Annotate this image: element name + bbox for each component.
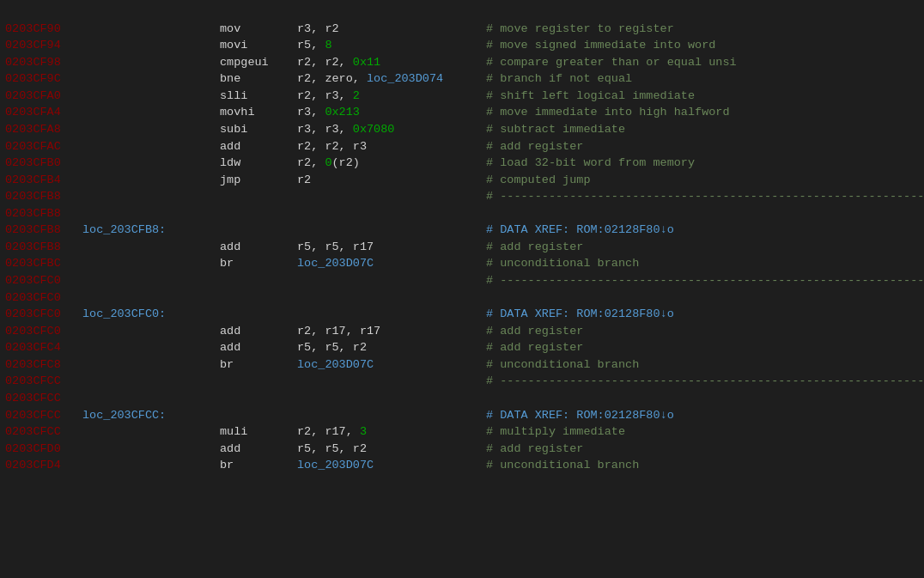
operands: loc_203D07C	[297, 457, 486, 474]
mnemonic: movi	[220, 37, 297, 54]
disasm-line: 0203CFCCloc_203CFCC:# DATA XREF: ROM:021…	[5, 407, 919, 424]
mnemonic: bne	[220, 70, 297, 88]
address: 0203CFB4	[5, 172, 82, 189]
address: 0203CFCC	[5, 373, 82, 390]
address: 0203CFAC	[5, 138, 82, 155]
operands: r5, r5, r2	[297, 339, 486, 356]
disasm-line: 0203CF90movr3, r2 # move register to reg…	[5, 21, 919, 38]
comment: # unconditional branch	[486, 356, 639, 374]
mnemonic: add	[220, 138, 297, 155]
operands: r5, r5, r17	[297, 239, 486, 256]
disasm-line: 0203CFCC	[5, 390, 919, 407]
comment: # add register	[486, 138, 583, 155]
disasm-line: 0203CFCCmulir2, r17, 3 # multiply immedi…	[5, 423, 919, 441]
operands: r2, r17, 3	[297, 423, 486, 441]
mnemonic: add	[220, 339, 297, 356]
disasm-line: 0203CFC4addr5, r5, r2 # add register	[5, 339, 919, 356]
xref-comment: # DATA XREF: ROM:02128F80↓o	[486, 407, 674, 424]
disasm-line: 0203CFA0sllir2, r3, 2 # shift left logic…	[5, 88, 919, 105]
mnemonic: add	[220, 323, 297, 340]
address: 0203CFD0	[5, 441, 82, 458]
comment: # unconditional branch	[486, 457, 639, 474]
operands: r2, r2, 0x11	[297, 54, 486, 71]
address: 0203CFC0	[5, 323, 82, 340]
comment: # move signed immediate into word	[486, 37, 715, 54]
mnemonic: subi	[220, 121, 297, 138]
comment: # computed jump	[486, 172, 591, 189]
disasm-line: 0203CFA8subir3, r3, 0x7080 # subtract im…	[5, 121, 919, 138]
address: 0203CFC0	[5, 272, 82, 289]
xref-comment: # DATA XREF: ROM:02128F80↓o	[486, 222, 674, 239]
disasm-line: 0203CFC0loc_203CFC0:# DATA XREF: ROM:021…	[5, 306, 919, 323]
address: 0203CF9C	[5, 70, 82, 88]
disasm-line: 0203CFB8# ------------------------------…	[5, 188, 919, 205]
operands: loc_203D07C	[297, 356, 486, 374]
comment: # subtract immediate	[486, 121, 625, 138]
disasm-line: 0203CF98cmpgeuir2, r2, 0x11 # compare gr…	[5, 54, 919, 71]
mnemonic: ldw	[220, 155, 297, 172]
disasm-line: 0203CFC0	[5, 289, 919, 307]
disasm-line: 0203CF9Cbner2, zero, loc_203D074 # branc…	[5, 70, 919, 88]
label: loc_203CFCC:	[82, 407, 220, 424]
mnemonic: add	[220, 239, 297, 256]
disasm-line: 0203CFD4brloc_203D07C # unconditional br…	[5, 457, 919, 474]
address: 0203CFB0	[5, 155, 82, 172]
disasm-line: 0203CFCC# ------------------------------…	[5, 373, 919, 390]
address: 0203CFCC	[5, 423, 82, 441]
operands: r3, r2	[297, 21, 486, 38]
comment: # unconditional branch	[486, 255, 639, 272]
mnemonic: br	[220, 356, 297, 374]
comment: # compare greater than or equal unsi	[486, 54, 737, 71]
operands: r5, r5, r2	[297, 441, 486, 458]
address: 0203CFC0	[5, 289, 82, 307]
disasm-line: 0203CFB8loc_203CFB8:# DATA XREF: ROM:021…	[5, 222, 919, 239]
address: 0203CFC0	[5, 306, 82, 323]
operands: r3, 0x213	[297, 104, 486, 121]
address: 0203CFB8	[5, 239, 82, 256]
address: 0203CFC4	[5, 339, 82, 356]
address: 0203CF98	[5, 54, 82, 71]
operands: r2, r2, r3	[297, 138, 486, 155]
disasm-line: 0203CFB8	[5, 205, 919, 222]
disasm-line: 0203CF94movir5, 8 # move signed immediat…	[5, 37, 919, 54]
xref-comment: # DATA XREF: ROM:02128F80↓o	[486, 306, 674, 323]
operands: r2, r17, r17	[297, 323, 486, 340]
address: 0203CFBC	[5, 255, 82, 272]
comment: # shift left logical immediate	[486, 88, 695, 105]
address: 0203CF94	[5, 37, 82, 54]
operands: r2, 0(r2)	[297, 155, 486, 172]
address: 0203CFB8	[5, 188, 82, 205]
comment: # multiply immediate	[486, 423, 625, 441]
address: 0203CF90	[5, 21, 82, 38]
address: 0203CFA8	[5, 121, 82, 138]
disasm-line: 0203CFC0# ------------------------------…	[5, 272, 919, 289]
mnemonic: cmpgeui	[220, 54, 297, 71]
mnemonic: br	[220, 255, 297, 272]
label: loc_203CFB8:	[82, 222, 220, 239]
disasm-line: 0203CFB4jmpr2 # computed jump	[5, 172, 919, 189]
comment: # add register	[486, 323, 583, 340]
address: 0203CFCC	[5, 407, 82, 424]
comment: # move register to register	[486, 21, 674, 38]
comment: # load 32-bit word from memory	[486, 155, 695, 172]
address: 0203CFB8	[5, 205, 82, 222]
operands: r2, zero, loc_203D074	[297, 70, 486, 88]
disasm-line: 0203CFB8addr5, r5, r17 # add register	[5, 239, 919, 256]
mnemonic: muli	[220, 423, 297, 441]
label: loc_203CFC0:	[82, 306, 220, 323]
disasm-line: 0203CFACaddr2, r2, r3 # add register	[5, 138, 919, 155]
operands: r3, r3, 0x7080	[297, 121, 486, 138]
comment: # branch if not equal	[486, 70, 632, 88]
disasm-line: 0203CFBCbrloc_203D07C # unconditional br…	[5, 255, 919, 272]
disasm-line: 0203CFD0addr5, r5, r2 # add register	[5, 441, 919, 458]
disassembly-view: 0203CF90movr3, r2 # move register to reg…	[5, 3, 919, 474]
address: 0203CFCC	[5, 390, 82, 407]
operands: r5, 8	[297, 37, 486, 54]
operands: r2	[297, 172, 486, 189]
comment: # --------------------------------------…	[486, 272, 924, 289]
mnemonic: br	[220, 457, 297, 474]
mnemonic: add	[220, 441, 297, 458]
address: 0203CFA0	[5, 88, 82, 105]
comment: # --------------------------------------…	[486, 373, 924, 390]
disasm-line: 0203CFB0ldwr2, 0(r2) # load 32-bit word …	[5, 155, 919, 172]
